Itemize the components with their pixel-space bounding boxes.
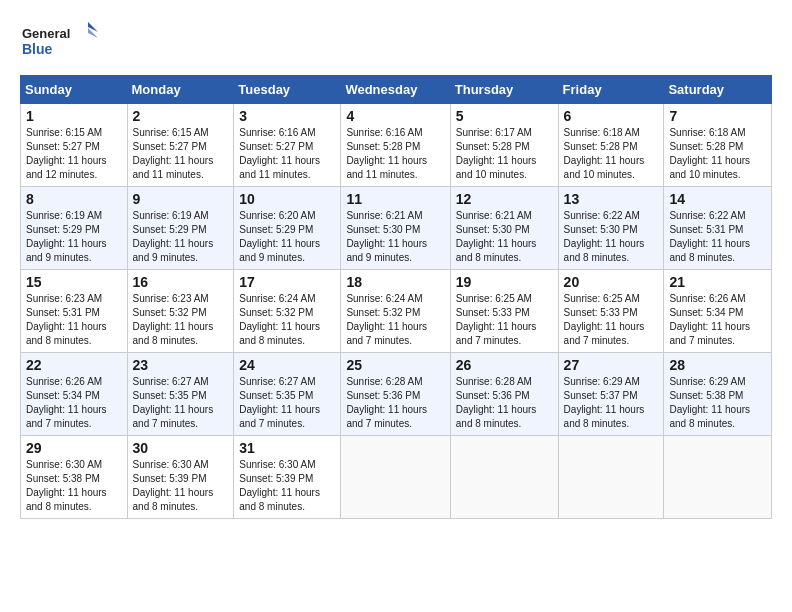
day-number: 14 bbox=[669, 191, 766, 207]
calendar-cell: 1Sunrise: 6:15 AMSunset: 5:27 PMDaylight… bbox=[21, 104, 128, 187]
calendar-week-row: 1Sunrise: 6:15 AMSunset: 5:27 PMDaylight… bbox=[21, 104, 772, 187]
day-info: Sunrise: 6:26 AMSunset: 5:34 PMDaylight:… bbox=[669, 292, 766, 348]
calendar-cell: 11Sunrise: 6:21 AMSunset: 5:30 PMDayligh… bbox=[341, 187, 450, 270]
calendar-cell: 5Sunrise: 6:17 AMSunset: 5:28 PMDaylight… bbox=[450, 104, 558, 187]
calendar-cell: 15Sunrise: 6:23 AMSunset: 5:31 PMDayligh… bbox=[21, 270, 128, 353]
calendar-cell: 31Sunrise: 6:30 AMSunset: 5:39 PMDayligh… bbox=[234, 436, 341, 519]
calendar-cell: 10Sunrise: 6:20 AMSunset: 5:29 PMDayligh… bbox=[234, 187, 341, 270]
day-of-week-header: Wednesday bbox=[341, 76, 450, 104]
page-header: General Blue bbox=[20, 20, 772, 65]
day-number: 19 bbox=[456, 274, 553, 290]
svg-text:Blue: Blue bbox=[22, 41, 53, 57]
day-number: 27 bbox=[564, 357, 659, 373]
day-number: 13 bbox=[564, 191, 659, 207]
day-number: 30 bbox=[133, 440, 229, 456]
day-number: 9 bbox=[133, 191, 229, 207]
day-number: 12 bbox=[456, 191, 553, 207]
day-info: Sunrise: 6:22 AMSunset: 5:31 PMDaylight:… bbox=[669, 209, 766, 265]
day-info: Sunrise: 6:19 AMSunset: 5:29 PMDaylight:… bbox=[26, 209, 122, 265]
calendar-cell: 3Sunrise: 6:16 AMSunset: 5:27 PMDaylight… bbox=[234, 104, 341, 187]
calendar-cell: 13Sunrise: 6:22 AMSunset: 5:30 PMDayligh… bbox=[558, 187, 664, 270]
day-of-week-header: Thursday bbox=[450, 76, 558, 104]
day-number: 11 bbox=[346, 191, 444, 207]
day-info: Sunrise: 6:15 AMSunset: 5:27 PMDaylight:… bbox=[26, 126, 122, 182]
day-number: 23 bbox=[133, 357, 229, 373]
day-number: 28 bbox=[669, 357, 766, 373]
day-number: 7 bbox=[669, 108, 766, 124]
day-info: Sunrise: 6:27 AMSunset: 5:35 PMDaylight:… bbox=[133, 375, 229, 431]
logo-svg: General Blue bbox=[20, 20, 100, 65]
calendar-week-row: 22Sunrise: 6:26 AMSunset: 5:34 PMDayligh… bbox=[21, 353, 772, 436]
calendar-cell: 18Sunrise: 6:24 AMSunset: 5:32 PMDayligh… bbox=[341, 270, 450, 353]
svg-text:General: General bbox=[22, 26, 70, 41]
day-info: Sunrise: 6:29 AMSunset: 5:37 PMDaylight:… bbox=[564, 375, 659, 431]
day-number: 15 bbox=[26, 274, 122, 290]
calendar-cell: 17Sunrise: 6:24 AMSunset: 5:32 PMDayligh… bbox=[234, 270, 341, 353]
calendar-cell: 30Sunrise: 6:30 AMSunset: 5:39 PMDayligh… bbox=[127, 436, 234, 519]
day-number: 20 bbox=[564, 274, 659, 290]
calendar-cell: 28Sunrise: 6:29 AMSunset: 5:38 PMDayligh… bbox=[664, 353, 772, 436]
calendar-cell bbox=[558, 436, 664, 519]
calendar-cell: 2Sunrise: 6:15 AMSunset: 5:27 PMDaylight… bbox=[127, 104, 234, 187]
calendar-week-row: 15Sunrise: 6:23 AMSunset: 5:31 PMDayligh… bbox=[21, 270, 772, 353]
calendar-cell: 9Sunrise: 6:19 AMSunset: 5:29 PMDaylight… bbox=[127, 187, 234, 270]
day-info: Sunrise: 6:21 AMSunset: 5:30 PMDaylight:… bbox=[346, 209, 444, 265]
day-info: Sunrise: 6:30 AMSunset: 5:39 PMDaylight:… bbox=[133, 458, 229, 514]
calendar-cell: 6Sunrise: 6:18 AMSunset: 5:28 PMDaylight… bbox=[558, 104, 664, 187]
day-number: 6 bbox=[564, 108, 659, 124]
day-info: Sunrise: 6:25 AMSunset: 5:33 PMDaylight:… bbox=[564, 292, 659, 348]
day-info: Sunrise: 6:29 AMSunset: 5:38 PMDaylight:… bbox=[669, 375, 766, 431]
calendar-cell: 8Sunrise: 6:19 AMSunset: 5:29 PMDaylight… bbox=[21, 187, 128, 270]
calendar-cell: 22Sunrise: 6:26 AMSunset: 5:34 PMDayligh… bbox=[21, 353, 128, 436]
calendar-cell: 23Sunrise: 6:27 AMSunset: 5:35 PMDayligh… bbox=[127, 353, 234, 436]
day-number: 29 bbox=[26, 440, 122, 456]
day-number: 31 bbox=[239, 440, 335, 456]
day-info: Sunrise: 6:16 AMSunset: 5:28 PMDaylight:… bbox=[346, 126, 444, 182]
day-info: Sunrise: 6:28 AMSunset: 5:36 PMDaylight:… bbox=[346, 375, 444, 431]
day-info: Sunrise: 6:21 AMSunset: 5:30 PMDaylight:… bbox=[456, 209, 553, 265]
day-number: 17 bbox=[239, 274, 335, 290]
day-info: Sunrise: 6:18 AMSunset: 5:28 PMDaylight:… bbox=[669, 126, 766, 182]
day-of-week-header: Saturday bbox=[664, 76, 772, 104]
day-info: Sunrise: 6:24 AMSunset: 5:32 PMDaylight:… bbox=[239, 292, 335, 348]
day-number: 3 bbox=[239, 108, 335, 124]
calendar-cell bbox=[450, 436, 558, 519]
day-info: Sunrise: 6:30 AMSunset: 5:39 PMDaylight:… bbox=[239, 458, 335, 514]
calendar-cell: 4Sunrise: 6:16 AMSunset: 5:28 PMDaylight… bbox=[341, 104, 450, 187]
calendar-cell: 27Sunrise: 6:29 AMSunset: 5:37 PMDayligh… bbox=[558, 353, 664, 436]
calendar-cell: 26Sunrise: 6:28 AMSunset: 5:36 PMDayligh… bbox=[450, 353, 558, 436]
calendar-cell: 20Sunrise: 6:25 AMSunset: 5:33 PMDayligh… bbox=[558, 270, 664, 353]
day-of-week-header: Friday bbox=[558, 76, 664, 104]
day-number: 8 bbox=[26, 191, 122, 207]
calendar-cell: 29Sunrise: 6:30 AMSunset: 5:38 PMDayligh… bbox=[21, 436, 128, 519]
day-info: Sunrise: 6:27 AMSunset: 5:35 PMDaylight:… bbox=[239, 375, 335, 431]
day-of-week-header: Sunday bbox=[21, 76, 128, 104]
calendar-cell bbox=[341, 436, 450, 519]
day-number: 5 bbox=[456, 108, 553, 124]
calendar-week-row: 29Sunrise: 6:30 AMSunset: 5:38 PMDayligh… bbox=[21, 436, 772, 519]
calendar-cell: 24Sunrise: 6:27 AMSunset: 5:35 PMDayligh… bbox=[234, 353, 341, 436]
day-info: Sunrise: 6:19 AMSunset: 5:29 PMDaylight:… bbox=[133, 209, 229, 265]
day-of-week-header: Tuesday bbox=[234, 76, 341, 104]
day-info: Sunrise: 6:17 AMSunset: 5:28 PMDaylight:… bbox=[456, 126, 553, 182]
calendar-cell: 21Sunrise: 6:26 AMSunset: 5:34 PMDayligh… bbox=[664, 270, 772, 353]
day-number: 25 bbox=[346, 357, 444, 373]
day-number: 24 bbox=[239, 357, 335, 373]
calendar-cell: 25Sunrise: 6:28 AMSunset: 5:36 PMDayligh… bbox=[341, 353, 450, 436]
day-info: Sunrise: 6:20 AMSunset: 5:29 PMDaylight:… bbox=[239, 209, 335, 265]
calendar-cell: 12Sunrise: 6:21 AMSunset: 5:30 PMDayligh… bbox=[450, 187, 558, 270]
day-info: Sunrise: 6:24 AMSunset: 5:32 PMDaylight:… bbox=[346, 292, 444, 348]
day-info: Sunrise: 6:30 AMSunset: 5:38 PMDaylight:… bbox=[26, 458, 122, 514]
calendar-week-row: 8Sunrise: 6:19 AMSunset: 5:29 PMDaylight… bbox=[21, 187, 772, 270]
day-number: 22 bbox=[26, 357, 122, 373]
calendar-table: SundayMondayTuesdayWednesdayThursdayFrid… bbox=[20, 75, 772, 519]
calendar-header-row: SundayMondayTuesdayWednesdayThursdayFrid… bbox=[21, 76, 772, 104]
day-info: Sunrise: 6:23 AMSunset: 5:31 PMDaylight:… bbox=[26, 292, 122, 348]
calendar-cell: 7Sunrise: 6:18 AMSunset: 5:28 PMDaylight… bbox=[664, 104, 772, 187]
day-info: Sunrise: 6:28 AMSunset: 5:36 PMDaylight:… bbox=[456, 375, 553, 431]
day-number: 16 bbox=[133, 274, 229, 290]
day-info: Sunrise: 6:25 AMSunset: 5:33 PMDaylight:… bbox=[456, 292, 553, 348]
day-number: 18 bbox=[346, 274, 444, 290]
day-number: 2 bbox=[133, 108, 229, 124]
day-number: 10 bbox=[239, 191, 335, 207]
